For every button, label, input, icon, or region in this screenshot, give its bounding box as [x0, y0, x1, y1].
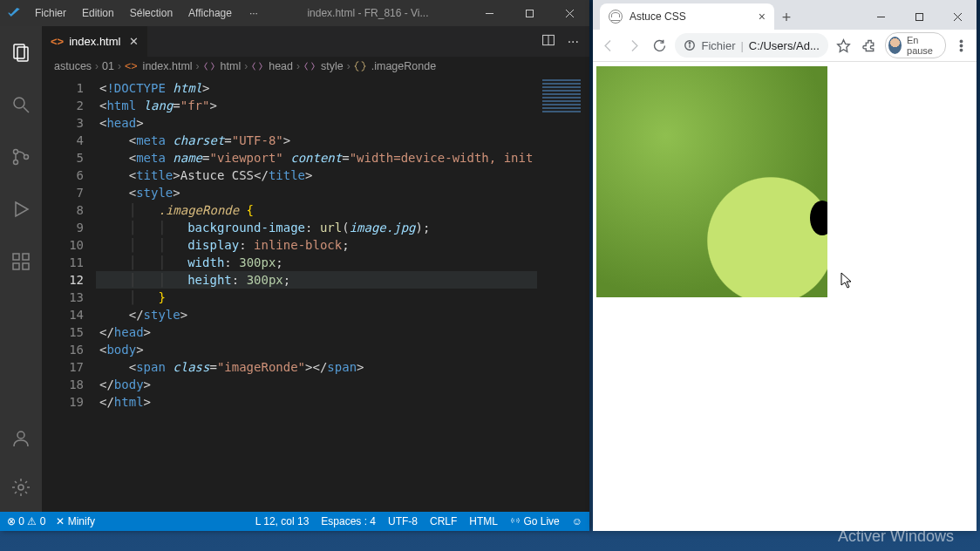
breadcrumb-item[interactable]: html	[221, 60, 242, 72]
breadcrumb-item[interactable]: head	[269, 60, 293, 72]
svg-rect-12	[13, 263, 19, 269]
tab-title: Astuce CSS	[630, 10, 686, 23]
breadcrumb-item[interactable]: style	[321, 60, 344, 72]
line-gutter: 12345678910111213141516171819	[42, 76, 96, 512]
avatar	[888, 37, 902, 54]
status-cursor-position[interactable]: L 12, col 13	[255, 515, 310, 527]
svg-point-25	[690, 43, 691, 44]
window-minimize-button[interactable]	[469, 0, 509, 26]
breadcrumb-item[interactable]: index.html	[143, 60, 193, 72]
settings-gear-icon[interactable]	[0, 470, 42, 505]
profile-label: En pause	[907, 35, 937, 56]
status-golive[interactable]: Go Live	[510, 515, 560, 527]
vscode-menu: Fichier Edition Sélection Affichage ···	[28, 0, 267, 26]
svg-point-26	[960, 40, 963, 43]
window-maximize-button[interactable]	[509, 0, 549, 26]
svg-point-6	[14, 98, 24, 108]
activate-windows-watermark: Activer Windows	[838, 527, 954, 546]
menu-view[interactable]: Affichage	[181, 0, 239, 26]
browser-tab[interactable]: Astuce CSS ×	[600, 3, 774, 30]
status-indent[interactable]: Espaces : 4	[321, 515, 376, 527]
html-file-icon: <>	[51, 35, 64, 48]
vscode-window: Fichier Edition Sélection Affichage ··· …	[0, 0, 589, 531]
status-bar: ⊗ 0 ⚠ 0 ✕ Minify L 12, col 13 Espaces : …	[0, 512, 589, 531]
file-icon: <>	[125, 60, 138, 72]
menu-edit[interactable]: Edition	[75, 0, 121, 26]
svg-point-8	[14, 150, 18, 154]
tab-close-icon[interactable]: ×	[759, 10, 766, 24]
back-button[interactable]	[598, 32, 618, 58]
chrome-titlebar: Astuce CSS × +	[593, 0, 977, 30]
breadcrumb-item[interactable]: astuces	[54, 60, 92, 72]
status-eol[interactable]: CRLF	[430, 515, 457, 527]
svg-point-15	[17, 432, 24, 439]
curly-icon	[354, 60, 366, 72]
brackets-icon	[303, 60, 316, 72]
tab-close-icon[interactable]: ✕	[129, 35, 139, 48]
editor-tab[interactable]: <> index.html ✕	[42, 26, 148, 57]
window-maximize-button[interactable]	[900, 3, 938, 30]
page-viewport	[593, 62, 977, 531]
svg-point-27	[960, 44, 963, 47]
svg-point-9	[14, 160, 18, 165]
url-scheme: Fichier	[701, 39, 735, 52]
menu-selection[interactable]: Sélection	[123, 0, 180, 26]
menu-file[interactable]: Fichier	[28, 0, 73, 26]
code-content[interactable]: <!DOCTYPE html><html lang="fr"><head> <m…	[96, 76, 589, 512]
svg-point-16	[18, 485, 24, 490]
split-editor-icon[interactable]	[541, 33, 555, 51]
status-minify[interactable]: ✕ Minify	[56, 515, 95, 527]
forward-button[interactable]	[623, 32, 643, 58]
brackets-icon	[203, 60, 215, 72]
menu-overflow[interactable]: ···	[241, 0, 267, 26]
profile-button[interactable]: En pause	[885, 32, 946, 58]
editor-group: <> index.html ✕ ··· astuces› 01› <>index…	[42, 26, 589, 512]
svg-line-7	[24, 107, 29, 112]
editor-more-icon[interactable]: ···	[568, 34, 579, 50]
window-close-button[interactable]	[549, 0, 589, 26]
new-tab-button[interactable]: +	[774, 5, 799, 30]
vscode-logo-icon	[0, 6, 28, 20]
svg-point-10	[24, 155, 29, 160]
rendered-image	[596, 66, 827, 297]
minimap[interactable]	[537, 76, 589, 512]
window-close-button[interactable]	[938, 3, 977, 30]
svg-rect-13	[23, 263, 29, 269]
run-debug-icon[interactable]	[0, 192, 42, 227]
info-icon	[684, 39, 696, 51]
svg-rect-20	[915, 13, 922, 20]
status-feedback-icon[interactable]: ☺	[572, 515, 582, 527]
extensions-icon[interactable]	[0, 244, 42, 279]
svg-rect-11	[13, 254, 19, 260]
window-minimize-button[interactable]	[861, 3, 900, 30]
vscode-titlebar: Fichier Edition Sélection Affichage ··· …	[0, 0, 589, 26]
status-problems[interactable]: ⊗ 0 ⚠ 0	[7, 515, 45, 527]
explorer-icon[interactable]	[0, 35, 42, 70]
tab-filename: index.html	[69, 35, 120, 48]
status-encoding[interactable]: UTF-8	[388, 515, 418, 527]
extensions-icon[interactable]	[859, 32, 879, 58]
svg-rect-14	[23, 254, 29, 260]
breadcrumb[interactable]: astuces› 01› <>index.html› html› head› s…	[42, 57, 589, 76]
brackets-icon	[251, 60, 263, 72]
chrome-toolbar: Fichier | C:/Users/Ad... En pause	[593, 30, 977, 62]
reload-button[interactable]	[650, 32, 670, 58]
chrome-menu-icon[interactable]	[951, 32, 971, 58]
breadcrumb-item[interactable]: 01	[102, 60, 114, 72]
svg-rect-1	[526, 10, 533, 17]
url-text: C:/Users/Ad...	[749, 39, 820, 52]
source-control-icon[interactable]	[0, 139, 42, 174]
breadcrumb-item[interactable]: .imageRonde	[371, 60, 436, 72]
account-icon[interactable]	[0, 421, 42, 456]
globe-icon	[609, 10, 623, 24]
activity-bar	[0, 26, 42, 512]
status-language[interactable]: HTML	[469, 515, 498, 527]
code-editor[interactable]: 12345678910111213141516171819 <!DOCTYPE …	[42, 76, 589, 512]
window-title: index.html - FR_816 - Vi...	[267, 7, 469, 19]
address-bar[interactable]: Fichier | C:/Users/Ad...	[675, 33, 827, 58]
search-icon[interactable]	[0, 87, 42, 122]
bookmark-icon[interactable]	[834, 32, 854, 58]
editor-tabs: <> index.html ✕ ···	[42, 26, 589, 57]
chrome-window: Astuce CSS × + Fichier | C:/Users/Ad...	[593, 0, 977, 531]
svg-point-28	[960, 49, 963, 51]
